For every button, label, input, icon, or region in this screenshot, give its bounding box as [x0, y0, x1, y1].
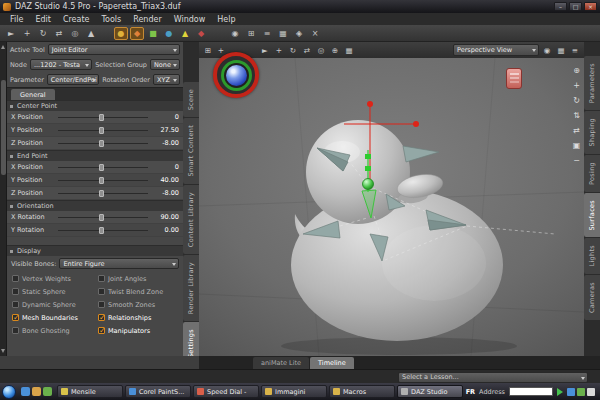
- menu-item[interactable]: Tools: [95, 15, 127, 24]
- viewport-corner-icon[interactable]: ⊞: [202, 44, 214, 56]
- parameter-value[interactable]: -8.00: [151, 139, 179, 147]
- parameter-row[interactable]: Y Position 27.50: [7, 124, 183, 137]
- display-checkbox[interactable]: Relationships: [95, 311, 181, 324]
- viewport[interactable]: ⊞+ ►+↻⇄◎⊕▦ Perspective View ◉▦≡: [199, 42, 584, 356]
- pin-badge[interactable]: [506, 68, 522, 89]
- right-dock-tab[interactable]: Cameras: [584, 275, 600, 320]
- viewport-canvas[interactable]: [199, 58, 584, 356]
- toolbar-icon[interactable]: ▦: [276, 27, 290, 40]
- tray-icon[interactable]: [587, 388, 595, 396]
- parameter-value[interactable]: 0.00: [151, 226, 179, 234]
- tray-icon[interactable]: [567, 388, 575, 396]
- bottom-tab[interactable]: Timeline: [310, 357, 354, 369]
- bottom-tab[interactable]: aniMate Lite: [253, 357, 309, 369]
- parameter-slider[interactable]: [58, 213, 148, 222]
- rotation-order-dropdown[interactable]: XYZ: [153, 74, 180, 85]
- visible-bones-dropdown[interactable]: Entire Figure: [59, 258, 179, 269]
- menu-item[interactable]: Window: [168, 15, 212, 24]
- view-selector-dropdown[interactable]: Perspective View: [453, 44, 539, 56]
- display-checkbox[interactable]: Mesh Boundaries: [9, 311, 95, 324]
- parameter-row[interactable]: X Position 0: [7, 161, 183, 174]
- slider-thumb[interactable]: [99, 114, 104, 121]
- checkbox-icon[interactable]: [12, 288, 19, 295]
- parameter-slider[interactable]: [58, 189, 148, 198]
- viewport-nav-icon[interactable]: −: [570, 154, 583, 166]
- parameter-row[interactable]: Z Position -8.00: [7, 187, 183, 200]
- right-dock-tab[interactable]: Lights: [584, 238, 600, 273]
- toolbar-icon[interactable]: +: [20, 27, 34, 40]
- scrollbar-thumb[interactable]: [1, 80, 6, 175]
- right-dock-tab[interactable]: Surfaces: [584, 193, 600, 238]
- viewport-nav-icon[interactable]: +: [570, 79, 583, 91]
- parameter-slider[interactable]: [58, 126, 148, 135]
- viewport-option-icon[interactable]: ≡: [569, 44, 581, 56]
- parameter-slider[interactable]: [58, 139, 148, 148]
- viewport-option-icon[interactable]: ▦: [555, 44, 567, 56]
- parameter-value[interactable]: 90.00: [151, 213, 179, 221]
- section-header-end-point[interactable]: End Point: [7, 150, 183, 161]
- display-checkbox[interactable]: Vertex Weights: [9, 272, 95, 285]
- trackball-green-ring[interactable]: [221, 60, 252, 91]
- node-dropdown[interactable]: ...1202 - Testa: [30, 59, 92, 70]
- right-dock-tab[interactable]: Shaping: [584, 111, 600, 154]
- viewport-nav-icon[interactable]: ↻: [570, 94, 583, 106]
- parameter-dropdown[interactable]: Center/EndPoi: [47, 74, 99, 85]
- toolbar-icon[interactable]: ⊞: [244, 27, 258, 40]
- viewport-tool-icon[interactable]: ▦: [343, 44, 355, 56]
- titlebar[interactable]: DAZ Studio 4.5 Pro - Paperetta_Triax3.du…: [0, 0, 600, 13]
- left-dock-tab[interactable]: Content Library: [183, 185, 199, 254]
- viewport-nav-icon[interactable]: ⇄: [570, 124, 583, 136]
- selection-group-dropdown[interactable]: None: [150, 59, 180, 70]
- close-button[interactable]: ×: [584, 2, 597, 11]
- quick-launch-icon[interactable]: [21, 387, 30, 396]
- tab-general[interactable]: General: [11, 89, 55, 100]
- checkbox-icon[interactable]: [12, 314, 19, 321]
- trackball-sphere[interactable]: [226, 65, 247, 86]
- quick-launch-icon[interactable]: [32, 387, 41, 396]
- address-input[interactable]: [509, 387, 553, 396]
- right-dock-tab[interactable]: Parameters: [584, 56, 600, 110]
- toolbar-icon[interactable]: ►: [4, 27, 18, 40]
- parameter-slider[interactable]: [58, 226, 148, 235]
- taskbar-button[interactable]: Macros: [329, 385, 395, 398]
- left-dock-tab[interactable]: Smart Content: [183, 118, 199, 183]
- orientation-trackball[interactable]: [213, 52, 259, 98]
- viewport-nav-icon[interactable]: ⊕: [570, 64, 583, 76]
- toolbar-icon[interactable]: ◉: [228, 27, 242, 40]
- viewport-tool-icon[interactable]: ↻: [287, 44, 299, 56]
- lesson-selector-dropdown[interactable]: Select a Lesson...: [398, 372, 588, 383]
- parameter-row[interactable]: Z Position -8.00: [7, 137, 183, 150]
- taskbar-button[interactable]: Corel PaintS...: [125, 385, 191, 398]
- taskbar-button[interactable]: DAZ Studio: [397, 385, 463, 398]
- toolbar-icon[interactable]: ■: [146, 27, 160, 40]
- toolbar-icon[interactable]: ◆: [194, 27, 208, 40]
- viewport-tool-icon[interactable]: ►: [259, 44, 271, 56]
- active-tool-dropdown[interactable]: Joint Editor: [48, 44, 180, 55]
- checkbox-icon[interactable]: [12, 301, 19, 308]
- slider-thumb[interactable]: [99, 190, 104, 197]
- toolbar-icon[interactable]: ◎: [68, 27, 82, 40]
- display-checkbox[interactable]: Dynamic Sphere: [9, 298, 95, 311]
- taskbar-button[interactable]: Speed Dial -: [193, 385, 259, 398]
- menu-item[interactable]: Render: [127, 15, 167, 24]
- checkbox-icon[interactable]: [12, 327, 19, 334]
- toolbar-icon[interactable]: ▲: [178, 27, 192, 40]
- parameter-value[interactable]: 40.00: [151, 176, 179, 184]
- viewport-tool-icon[interactable]: ⇄: [301, 44, 313, 56]
- display-checkbox[interactable]: Static Sphere: [9, 285, 95, 298]
- slider-thumb[interactable]: [99, 227, 104, 234]
- toolbar-icon[interactable]: ◈: [292, 27, 306, 40]
- toolbar-icon[interactable]: ×: [308, 27, 322, 40]
- viewport-option-icon[interactable]: ◉: [541, 44, 553, 56]
- toolbar-icon[interactable]: ⇄: [52, 27, 66, 40]
- parameter-row[interactable]: X Rotation 90.00: [7, 211, 183, 224]
- joint-center-handle[interactable]: [363, 179, 374, 190]
- taskbar-button[interactable]: Mensile: [57, 385, 123, 398]
- manipulator-handle-y[interactable]: [367, 101, 373, 107]
- slider-thumb[interactable]: [99, 214, 104, 221]
- display-checkbox[interactable]: Manipulators: [95, 324, 181, 337]
- slider-thumb[interactable]: [99, 127, 104, 134]
- checkbox-icon[interactable]: [98, 327, 105, 334]
- toolbar-icon[interactable]: ●: [114, 27, 128, 40]
- viewport-tool-icon[interactable]: +: [273, 44, 285, 56]
